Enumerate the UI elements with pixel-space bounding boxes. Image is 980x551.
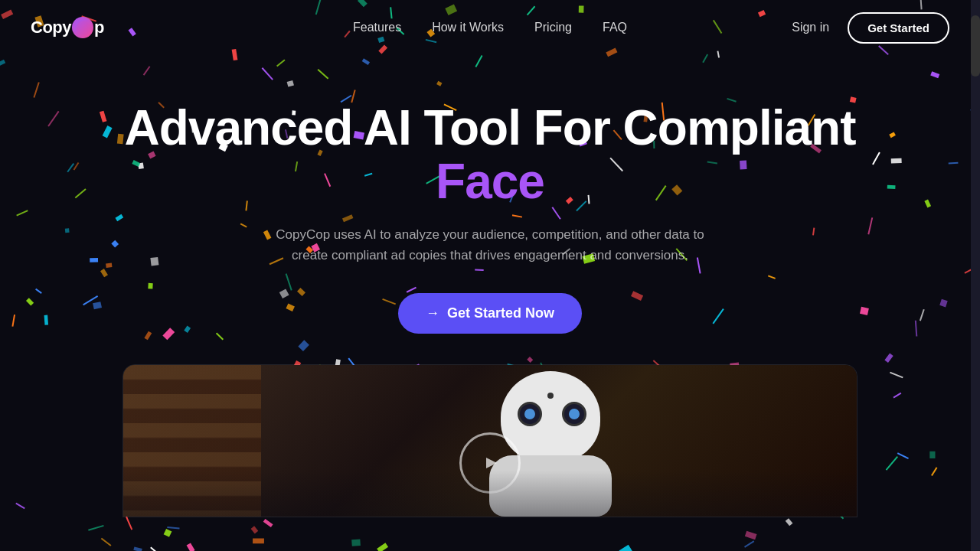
hero-section: Advanced AI Tool For Compliant Face Copy… xyxy=(0,55,980,334)
robot-eye-right xyxy=(562,402,586,426)
scrollbar[interactable] xyxy=(971,0,980,551)
nav-link-features[interactable]: Features xyxy=(353,21,401,34)
preview-container xyxy=(122,364,858,517)
logo-icon xyxy=(72,17,93,38)
navbar: Copy p Features How it Works Pricing FAQ… xyxy=(0,0,980,55)
robot-nose xyxy=(547,393,554,399)
sign-in-link[interactable]: Sign in xyxy=(792,21,829,34)
logo-text-before: Copy xyxy=(31,18,71,37)
hero-title-line1: Advanced AI Tool For Compliant xyxy=(125,100,856,155)
nav-get-started-button[interactable]: Get Started xyxy=(848,12,949,44)
hero-subtitle: CopyCop uses AI to analyze your audience… xyxy=(260,224,720,266)
nav-link-faq[interactable]: FAQ xyxy=(603,21,627,34)
hero-title-line2: Face xyxy=(436,154,544,209)
nav-link-pricing[interactable]: Pricing xyxy=(534,21,572,34)
nav-right: Sign in Get Started xyxy=(792,12,949,44)
hero-title: Advanced AI Tool For Compliant Face xyxy=(0,101,980,209)
nav-link-how-it-works[interactable]: How it Works xyxy=(432,21,504,34)
scrollbar-thumb[interactable] xyxy=(971,15,980,77)
cta-button[interactable]: → Get Started Now xyxy=(398,293,582,334)
logo-text-after: p xyxy=(94,18,104,37)
logo[interactable]: Copy p xyxy=(31,17,104,38)
cta-label: Get Started Now xyxy=(447,305,554,321)
robot-eye-left xyxy=(518,402,542,426)
cta-arrow-icon: → xyxy=(426,305,439,321)
preview-inner xyxy=(123,365,857,517)
nav-links: Features How it Works Pricing FAQ xyxy=(353,21,627,34)
preview-gradient-overlay xyxy=(123,471,857,517)
svg-point-0 xyxy=(75,20,92,37)
